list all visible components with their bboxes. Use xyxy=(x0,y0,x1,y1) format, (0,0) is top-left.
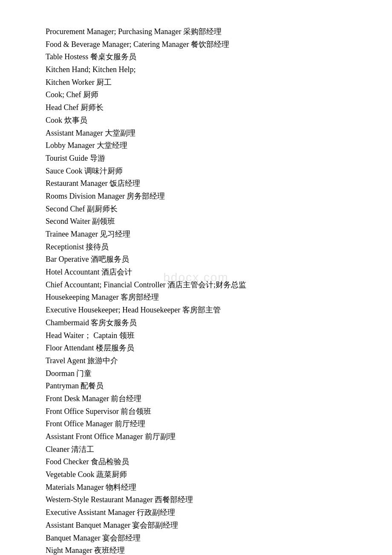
list-item: Front Office Supervisor 前台领班 xyxy=(46,405,346,418)
list-item: Assistant Front Office Manager 前厅副理 xyxy=(46,431,346,443)
list-item: Housekeeping Manager 客房部经理 xyxy=(46,291,346,304)
list-item: Kitchen Worker 厨工 xyxy=(46,76,346,89)
list-item: Tourist Guide 导游 xyxy=(46,152,346,165)
list-item: Kitchen Hand; Kitchen Help; xyxy=(46,64,346,76)
list-item: Lobby Manager 大堂经理 xyxy=(46,139,346,152)
list-item: Receptionist 接待员 xyxy=(46,241,346,254)
list-item: Restaurant Manager 饭店经理 xyxy=(46,177,346,190)
list-item: Hotel Accountant 酒店会计 xyxy=(46,266,346,279)
list-item: Vegetable Cook 蔬菜厨师 xyxy=(46,468,346,481)
list-item: Food Checker 食品检验员 xyxy=(46,456,346,468)
list-item: Front Desk Manager 前台经理 xyxy=(46,393,346,405)
list-item: Floor Attendant 楼层服务员 xyxy=(46,342,346,355)
list-item: Assistant Banquet Manager 宴会部副经理 xyxy=(46,519,346,532)
list-item: Travel Agent 旅游中介 xyxy=(46,355,346,367)
list-item: Second Chef 副厨师长 xyxy=(46,203,346,216)
list-item: Cleaner 清洁工 xyxy=(46,443,346,456)
list-item: Executive Assistant Manager 行政副经理 xyxy=(46,506,346,519)
list-item: Rooms Division Manager 房务部经理 xyxy=(46,190,346,203)
list-item: Doorman 门童 xyxy=(46,367,346,380)
list-item: Banquet Manager 宴会部经理 xyxy=(46,532,346,545)
list-item: Head Waiter； Captain 领班 xyxy=(46,330,346,342)
list-item: Head Chef 厨师长 xyxy=(46,101,346,114)
list-item: Assistant Manager 大堂副理 xyxy=(46,127,346,140)
job-list: Procurement Manager; Purchasing Manager … xyxy=(46,26,346,555)
list-item: Chief Accountant; Financial Controller 酒… xyxy=(46,279,346,292)
list-item: Procurement Manager; Purchasing Manager … xyxy=(46,26,346,38)
list-item: Executive Housekeeper; Head Housekeeper … xyxy=(46,304,346,317)
list-item: Front Office Manager 前厅经理 xyxy=(46,418,346,431)
list-item: Western-Style Restaurant Manager 西餐部经理 xyxy=(46,494,346,506)
list-item: Sauce Cook 调味汁厨师 xyxy=(46,165,346,178)
list-item: Second Waiter 副领班 xyxy=(46,215,346,228)
list-item: Table Hostess 餐桌女服务员 xyxy=(46,51,346,64)
list-item: Night Manager 夜班经理 xyxy=(46,544,346,555)
list-item: Cook; Chef 厨师 xyxy=(46,89,346,101)
list-item: Trainee Manager 见习经理 xyxy=(46,228,346,241)
list-item: Materials Manager 物料经理 xyxy=(46,481,346,494)
list-item: Bar Operative 酒吧服务员 xyxy=(46,253,346,266)
list-item: Chambermaid 客房女服务员 xyxy=(46,317,346,330)
list-item: Food & Beverage Manager; Catering Manage… xyxy=(46,38,346,51)
list-item: Cook 炊事员 xyxy=(46,114,346,127)
list-item: Pantryman 配餐员 xyxy=(46,380,346,393)
